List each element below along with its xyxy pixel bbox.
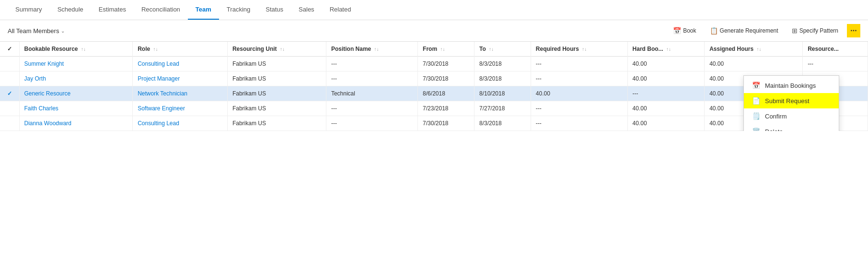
table-row[interactable]: Summer Knight Consulting Lead Fabrikam U… bbox=[0, 57, 868, 71]
table-row[interactable]: Jay Orth Project Manager Fabrikam US ---… bbox=[0, 71, 868, 86]
row-required-3: --- bbox=[531, 101, 627, 116]
row-to-4: 8/3/2018 bbox=[474, 116, 531, 131]
col-assigned-hours[interactable]: Assigned Hours ↑↓ bbox=[705, 42, 803, 57]
tab-reconciliation[interactable]: Reconciliation bbox=[134, 0, 188, 20]
generate-icon: 📋 bbox=[710, 27, 718, 35]
tab-related[interactable]: Related bbox=[322, 0, 359, 20]
row-to-0: 8/3/2018 bbox=[474, 57, 531, 71]
table-row[interactable]: Dianna Woodward Consulting Lead Fabrikam… bbox=[0, 116, 868, 131]
row-hardboo-4: 40.00 bbox=[627, 116, 705, 131]
col-resourcing-unit[interactable]: Resourcing Unit ↑↓ bbox=[227, 42, 326, 57]
col-from[interactable]: From ↑↓ bbox=[418, 42, 475, 57]
tab-tracking[interactable]: Tracking bbox=[219, 0, 258, 20]
col-position-name[interactable]: Position Name ↑↓ bbox=[326, 42, 417, 57]
row-role-3: Software Engineer bbox=[133, 101, 228, 116]
row-resourcing-4: Fabrikam US bbox=[227, 116, 326, 131]
row-role-4: Consulting Lead bbox=[133, 116, 228, 131]
row-resource-4[interactable]: Dianna Woodward bbox=[19, 116, 133, 131]
col-check: ✓ bbox=[0, 42, 19, 57]
table-row[interactable]: Faith Charles Software Engineer Fabrikam… bbox=[0, 101, 868, 116]
row-resource-2[interactable]: Generic Resource bbox=[19, 86, 133, 101]
menu-item-confirm[interactable]: 🗒️ Confirm bbox=[744, 108, 839, 124]
col-to[interactable]: To ↑↓ bbox=[474, 42, 531, 57]
row-resource-0[interactable]: Summer Knight bbox=[19, 57, 133, 71]
book-icon: 📅 bbox=[673, 27, 681, 35]
sort-icon-to: ↑↓ bbox=[489, 47, 494, 52]
sort-icon-position: ↑↓ bbox=[374, 47, 379, 52]
col-required-hours[interactable]: Required Hours ↑↓ bbox=[531, 42, 627, 57]
row-resourcing-3: Fabrikam US bbox=[227, 101, 326, 116]
row-extra-0: --- bbox=[803, 57, 868, 71]
table-container: ✓ Bookable Resource ↑↓ Role ↑↓ Resourcin… bbox=[0, 42, 868, 131]
tab-summary[interactable]: Summary bbox=[8, 0, 50, 20]
grid-icon: ⊞ bbox=[792, 27, 798, 35]
header-check: ✓ bbox=[7, 46, 12, 52]
filter-dropdown[interactable]: All Team Members ⌄ bbox=[8, 27, 65, 35]
menu-icon-0: 📅 bbox=[752, 82, 760, 89]
sort-icon-hardboo: ↑↓ bbox=[666, 47, 671, 52]
row-position-3: --- bbox=[326, 101, 417, 116]
row-position-0: --- bbox=[326, 57, 417, 71]
table-row[interactable]: ✓ Generic Resource Network Technician Fa… bbox=[0, 86, 868, 101]
row-resourcing-2: Fabrikam US bbox=[227, 86, 326, 101]
menu-icon-1: 📄 bbox=[752, 97, 760, 105]
row-resourcing-1: Fabrikam US bbox=[227, 71, 326, 86]
col-role[interactable]: Role ↑↓ bbox=[133, 42, 228, 57]
sort-icon-from: ↑↓ bbox=[440, 47, 445, 52]
row-position-2: Technical bbox=[326, 86, 417, 101]
row-assigned-0: 40.00 bbox=[705, 57, 803, 71]
menu-label-2: Confirm bbox=[765, 113, 787, 120]
row-check-4[interactable] bbox=[0, 116, 19, 131]
col-hard-boo[interactable]: Hard Boo... ↑↓ bbox=[627, 42, 705, 57]
row-role-1: Project Manager bbox=[133, 71, 228, 86]
menu-item-delete[interactable]: 🗑️ Delete bbox=[744, 124, 839, 131]
menu-label-0: Maintain Bookings bbox=[765, 82, 816, 89]
row-hardboo-1: 40.00 bbox=[627, 71, 705, 86]
row-to-3: 7/27/2018 bbox=[474, 101, 531, 116]
menu-label-1: Submit Request bbox=[765, 97, 810, 105]
row-resource-1[interactable]: Jay Orth bbox=[19, 71, 133, 86]
row-required-4: --- bbox=[531, 116, 627, 131]
row-hardboo-3: 40.00 bbox=[627, 101, 705, 116]
row-check-2[interactable]: ✓ bbox=[0, 86, 19, 101]
col-bookable-resource[interactable]: Bookable Resource ↑↓ bbox=[19, 42, 133, 57]
row-to-2: 8/10/2018 bbox=[474, 86, 531, 101]
sort-icon-role: ↑↓ bbox=[153, 47, 158, 52]
row-check-3[interactable] bbox=[0, 101, 19, 116]
menu-item-submit-request[interactable]: 📄 Submit Request bbox=[744, 93, 839, 108]
row-from-4: 7/30/2018 bbox=[418, 116, 475, 131]
tab-schedule[interactable]: Schedule bbox=[50, 0, 91, 20]
row-role-2: Network Technician bbox=[133, 86, 228, 101]
table-header-row: ✓ Bookable Resource ↑↓ Role ↑↓ Resourcin… bbox=[0, 42, 868, 57]
more-options-button[interactable]: ··· bbox=[847, 24, 860, 37]
menu-icon-2: 🗒️ bbox=[752, 112, 760, 120]
col-resource-extra: Resource... bbox=[803, 42, 868, 57]
row-resourcing-0: Fabrikam US bbox=[227, 57, 326, 71]
sort-icon-resourcing: ↑↓ bbox=[280, 47, 285, 52]
generate-requirement-button[interactable]: 📋 Generate Requirement bbox=[705, 25, 783, 36]
menu-item-maintain-bookings[interactable]: 📅 Maintain Bookings bbox=[744, 78, 839, 93]
sort-icon-assigned: ↑↓ bbox=[757, 47, 762, 52]
row-required-0: --- bbox=[531, 57, 627, 71]
chevron-down-icon: ⌄ bbox=[61, 28, 65, 34]
row-from-1: 7/30/2018 bbox=[418, 71, 475, 86]
book-button[interactable]: 📅 Book bbox=[668, 25, 701, 36]
tab-estimates[interactable]: Estimates bbox=[91, 0, 134, 20]
row-check-0[interactable] bbox=[0, 57, 19, 71]
row-check-1[interactable] bbox=[0, 71, 19, 86]
sort-icon-resource: ↑↓ bbox=[81, 47, 86, 52]
row-from-2: 8/6/2018 bbox=[418, 86, 475, 101]
tab-sales[interactable]: Sales bbox=[291, 0, 322, 20]
context-dropdown-menu: 📅 Maintain Bookings 📄 Submit Request 🗒️ … bbox=[743, 75, 839, 131]
row-required-2: 40.00 bbox=[531, 86, 627, 101]
row-from-0: 7/30/2018 bbox=[418, 57, 475, 71]
row-position-4: --- bbox=[326, 116, 417, 131]
row-resource-3[interactable]: Faith Charles bbox=[19, 101, 133, 116]
specify-pattern-button[interactable]: ⊞ Specify Pattern bbox=[787, 25, 843, 36]
filter-label: All Team Members bbox=[8, 27, 59, 35]
team-table: ✓ Bookable Resource ↑↓ Role ↑↓ Resourcin… bbox=[0, 42, 868, 131]
row-required-1: --- bbox=[531, 71, 627, 86]
tab-team[interactable]: Team bbox=[188, 0, 219, 20]
row-hardboo-0: 40.00 bbox=[627, 57, 705, 71]
tab-status[interactable]: Status bbox=[258, 0, 291, 20]
